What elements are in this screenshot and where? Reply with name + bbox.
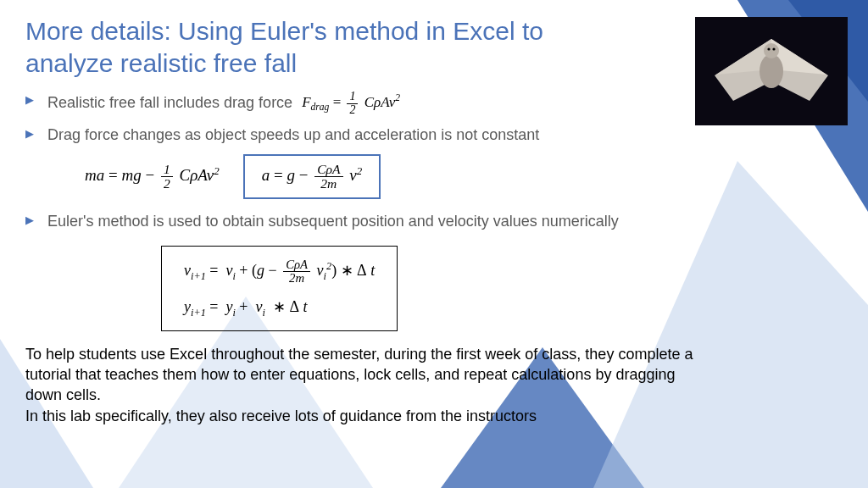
bullet-3-text: Euler's method is used to obtain subsequ… [47, 213, 619, 230]
equation-drag-force: Fdrag = 12 CρAv2 [302, 94, 400, 110]
bullet-1: Realistic free fall includes drag force … [25, 91, 843, 116]
slide: More details: Using Euler's method in Ex… [0, 0, 868, 488]
bullet-1-text: Realistic free fall includes drag force [47, 94, 292, 111]
paragraph-2: In this lab specifically, they also rece… [25, 407, 704, 427]
equation-row: ma = mg − 12 CρAv2 a = g − CρA2m v2 [85, 154, 843, 200]
equation-euler-v: vi+1 = vi + (g − CρA2m vi2) ∗ Δ t [184, 258, 375, 286]
equation-newton: ma = mg − 12 CρAv2 [85, 163, 220, 191]
content-area: More details: Using Euler's method in Ex… [25, 15, 843, 427]
equation-euler-box: vi+1 = vi + (g − CρA2m vi2) ∗ Δ t yi+1 =… [161, 246, 398, 332]
bullet-2: Drag force changes as object speeds up a… [25, 125, 843, 145]
equation-accel-boxed: a = g − CρA2m v2 [243, 154, 381, 200]
equation-euler-y: yi+1 = yi + vi ∗ Δ t [184, 297, 375, 319]
paragraph-1: To help students use Excel throughout th… [25, 345, 704, 405]
bullet-list: Realistic free fall includes drag force … [25, 91, 843, 146]
bullet-2-text: Drag force changes as object speeds up a… [47, 126, 539, 143]
slide-title: More details: Using Euler's method in Ex… [25, 15, 602, 79]
bullet-list-2: Euler's method is used to obtain subsequ… [25, 211, 843, 231]
bullet-3: Euler's method is used to obtain subsequ… [25, 211, 843, 231]
